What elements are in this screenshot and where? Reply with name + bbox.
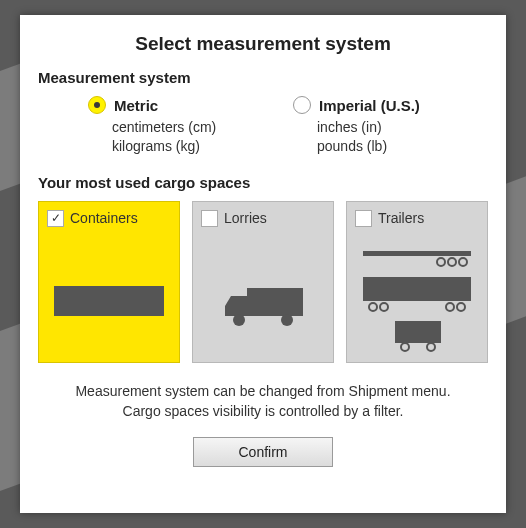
svg-rect-0 (54, 286, 164, 316)
checkbox-icon[interactable] (201, 210, 218, 227)
svg-point-11 (446, 303, 454, 311)
measurement-section-label: Measurement system (38, 69, 488, 86)
radio-icon (293, 96, 311, 114)
svg-rect-8 (363, 277, 471, 301)
measurement-radio-group: Metric centimeters (cm) kilograms (kg) I… (88, 96, 488, 156)
svg-point-15 (427, 343, 435, 351)
trailer-icon (347, 238, 487, 362)
svg-rect-4 (363, 251, 471, 256)
confirm-button[interactable]: Confirm (193, 437, 332, 467)
svg-point-2 (233, 314, 245, 326)
cargo-card-label: Containers (70, 210, 138, 226)
measurement-dialog: Select measurement system Measurement sy… (20, 15, 506, 513)
cargo-card-trailers[interactable]: Trailers (346, 201, 488, 363)
radio-imperial-label: Imperial (U.S.) (319, 97, 420, 114)
radio-metric-desc1: centimeters (cm) (112, 118, 283, 137)
radio-imperial-desc1: inches (in) (317, 118, 488, 137)
cargo-card-label: Lorries (224, 210, 267, 226)
svg-point-6 (448, 258, 456, 266)
svg-point-3 (281, 314, 293, 326)
radio-imperial[interactable]: Imperial (U.S.) (293, 96, 488, 114)
footnote: Measurement system can be changed from S… (38, 381, 488, 422)
lorry-icon (193, 250, 333, 362)
svg-point-14 (401, 343, 409, 351)
cargo-section-label: Your most used cargo spaces (38, 174, 488, 191)
radio-metric-desc2: kilograms (kg) (112, 137, 283, 156)
svg-point-5 (437, 258, 445, 266)
radio-metric[interactable]: Metric (88, 96, 283, 114)
checkbox-icon[interactable]: ✓ (47, 210, 64, 227)
cargo-card-label: Trailers (378, 210, 424, 226)
svg-rect-1 (247, 288, 303, 316)
dialog-title: Select measurement system (38, 33, 488, 55)
radio-icon (88, 96, 106, 114)
svg-point-7 (459, 258, 467, 266)
radio-imperial-desc2: pounds (lb) (317, 137, 488, 156)
svg-point-10 (380, 303, 388, 311)
radio-metric-label: Metric (114, 97, 158, 114)
cargo-cards: ✓ Containers Lorries (38, 201, 488, 363)
svg-point-12 (457, 303, 465, 311)
svg-point-9 (369, 303, 377, 311)
cargo-card-lorries[interactable]: Lorries (192, 201, 334, 363)
checkbox-icon[interactable] (355, 210, 372, 227)
container-icon (39, 250, 179, 362)
cargo-card-containers[interactable]: ✓ Containers (38, 201, 180, 363)
svg-rect-13 (395, 321, 441, 343)
